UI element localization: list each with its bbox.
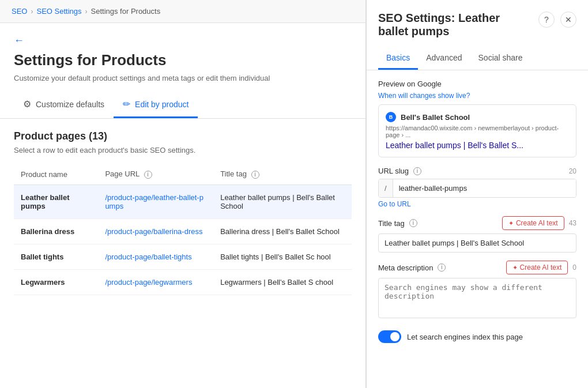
toggle-slider: ✓: [378, 330, 401, 343]
meta-desc-info-icon[interactable]: i: [438, 263, 446, 272]
product-url-cell[interactable]: /product-page/legwarmers: [105, 278, 192, 287]
title-tag-field: Title tag i ✦ Create AI text 43: [378, 216, 576, 253]
preview-label: Preview on Google: [378, 80, 576, 88]
title-tag-ai-button[interactable]: ✦ Create AI text: [502, 216, 564, 230]
breadcrumb-seo-settings[interactable]: SEO Settings: [36, 7, 81, 16]
back-button[interactable]: ←: [14, 35, 24, 47]
product-name-cell: Ballerina dress: [21, 227, 74, 236]
product-url-cell[interactable]: /product-page/leather-ballet-pumps: [105, 193, 203, 210]
gp-page-title[interactable]: Leather ballet pumps | Bell's Ballet S..…: [386, 141, 569, 150]
page-header: ← Settings for Products Customize your d…: [0, 23, 365, 92]
check-icon: ✓: [394, 334, 398, 340]
product-title-cell: Ballerina dress | Bell's Ballet School: [213, 219, 352, 244]
sparkle-icon-2: ✦: [512, 264, 518, 272]
url-slug-input[interactable]: [393, 179, 576, 197]
right-panel: SEO Settings: Leather ballet pumps ? ✕ B…: [366, 0, 588, 388]
left-panel: SEO › SEO Settings › Settings for Produc…: [0, 0, 366, 388]
table-row[interactable]: Ballerina dress /product-page/ballerina-…: [14, 219, 352, 244]
page-subtitle: Customize your default product settings …: [14, 74, 352, 82]
product-title-cell: Legwarmers | Bell's Ballet S chool: [213, 270, 352, 295]
meta-description-label-row: Meta description i ✦ Create AI text 0: [378, 261, 576, 274]
gp-brand-row: B Bell's Ballet School: [386, 112, 569, 122]
preview-changes-link[interactable]: When will changes show live?: [378, 92, 470, 100]
go-to-url-link[interactable]: Go to URL: [378, 200, 411, 208]
help-button[interactable]: ?: [538, 12, 555, 28]
breadcrumb-sep-1: ›: [31, 7, 33, 16]
panel-actions: ? ✕: [538, 12, 576, 28]
close-button[interactable]: ✕: [560, 12, 576, 28]
gp-brand-name: Bell's Ballet School: [401, 113, 470, 122]
page-title: Settings for Products: [14, 51, 352, 69]
table-row[interactable]: Leather ballet pumps /product-page/leath…: [14, 185, 352, 219]
tab-customize-defaults[interactable]: ⚙ Customize defaults: [14, 92, 114, 118]
breadcrumb-seo[interactable]: SEO: [12, 7, 27, 16]
gear-icon: ⚙: [23, 99, 31, 110]
pencil-icon: ✏: [123, 99, 130, 110]
title-tag-info-icon[interactable]: i: [251, 171, 259, 179]
meta-desc-counter: 0: [572, 263, 576, 272]
table-header-row: Product name Page URL i Title tag i: [14, 164, 352, 185]
index-toggle-row: ✓ Let search engines index this page: [378, 328, 576, 345]
breadcrumb-sep-2: ›: [85, 7, 88, 16]
tab-social-share[interactable]: Social share: [470, 47, 531, 70]
meta-description-field: Meta description i ✦ Create AI text 0: [378, 261, 576, 320]
url-slug-counter: 20: [569, 167, 576, 175]
panel-title: SEO Settings: Leather ballet pumps: [378, 12, 532, 38]
table-row[interactable]: Ballet tights /product-page/ballet-tight…: [14, 244, 352, 270]
tab-customize-label: Customize defaults: [36, 100, 104, 109]
col-title-tag: Title tag i: [213, 164, 352, 185]
section-subtitle: Select a row to edit each product's basi…: [14, 146, 352, 155]
tab-edit-by-product[interactable]: ✏ Edit by product: [114, 92, 198, 118]
panel-tabs: Basics Advanced Social share: [367, 47, 588, 70]
title-tag-info-icon[interactable]: i: [409, 219, 417, 227]
main-tabs: ⚙ Customize defaults ✏ Edit by product: [0, 92, 365, 119]
meta-description-input[interactable]: [378, 278, 576, 318]
index-toggle-label: Let search engines index this page: [407, 333, 523, 341]
title-tag-input[interactable]: [378, 233, 576, 253]
title-tag-label: Title tag i: [378, 219, 417, 228]
product-name-cell: Legwarmers: [21, 278, 65, 287]
panel-header: SEO Settings: Leather ballet pumps ? ✕: [367, 0, 588, 38]
gp-url: https://amandac00.wixsite.com › newmembe…: [386, 125, 569, 138]
gp-favicon: B: [386, 112, 396, 122]
panel-body: Preview on Google When will changes show…: [367, 70, 588, 388]
meta-desc-ai-button[interactable]: ✦ Create AI text: [506, 261, 568, 274]
sparkle-icon: ✦: [508, 220, 514, 227]
page-url-info-icon[interactable]: i: [144, 171, 152, 179]
table-section: Product pages (13) Select a row to edit …: [0, 119, 365, 388]
breadcrumb-current: Settings for Products: [91, 7, 161, 16]
url-prefix: /: [379, 179, 393, 197]
product-url-cell[interactable]: /product-page/ballet-tights: [105, 253, 191, 261]
tab-advanced[interactable]: Advanced: [418, 47, 470, 70]
url-slug-label: URL slug i: [378, 167, 421, 175]
google-preview-box: B Bell's Ballet School https://amandac00…: [378, 104, 576, 157]
product-title-cell: Leather ballet pumps | Bell's Ballet Sch…: [213, 185, 352, 219]
table-row[interactable]: Legwarmers /product-page/legwarmers Legw…: [14, 270, 352, 295]
title-tag-counter: 43: [569, 219, 576, 227]
product-name-cell: Ballet tights: [21, 253, 63, 261]
breadcrumb: SEO › SEO Settings › Settings for Produc…: [0, 0, 365, 23]
product-title-cell: Ballet tights | Bell's Ballet Sc hool: [213, 244, 352, 270]
meta-description-label: Meta description i: [378, 263, 446, 272]
tab-basics[interactable]: Basics: [378, 47, 418, 70]
section-title: Product pages (13): [14, 130, 352, 142]
col-product-name: Product name: [14, 164, 98, 185]
tab-edit-label: Edit by product: [135, 100, 189, 109]
google-preview-section: Preview on Google When will changes show…: [378, 80, 576, 157]
url-slug-label-row: URL slug i 20: [378, 167, 576, 175]
product-url-cell[interactable]: /product-page/ballerina-dress: [105, 227, 202, 236]
url-slug-input-row: /: [378, 179, 576, 198]
products-table: Product name Page URL i Title tag i Leat…: [14, 164, 352, 295]
col-page-url: Page URL i: [98, 164, 213, 185]
title-tag-label-row: Title tag i ✦ Create AI text 43: [378, 216, 576, 230]
product-name-cell: Leather ballet pumps: [21, 193, 70, 210]
url-slug-field: URL slug i 20 / Go to URL: [378, 167, 576, 208]
url-slug-info-icon[interactable]: i: [413, 167, 421, 175]
index-toggle[interactable]: ✓: [378, 330, 401, 343]
